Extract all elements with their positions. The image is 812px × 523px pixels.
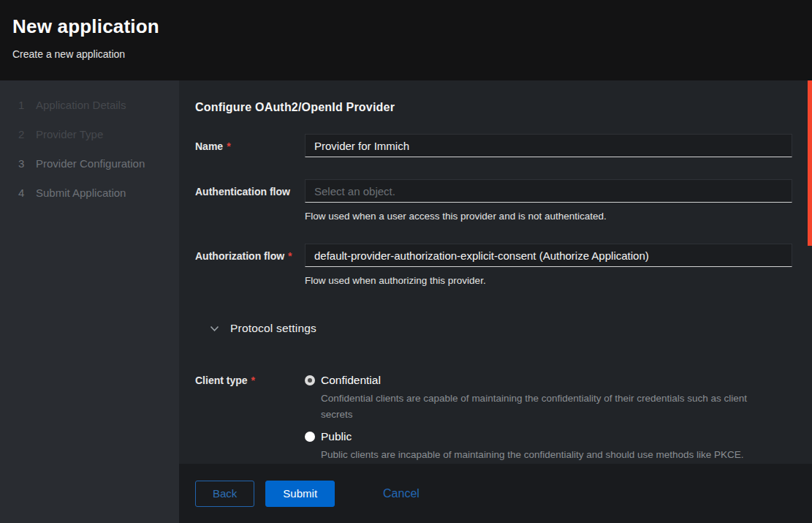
back-button[interactable]: Back xyxy=(195,481,254,507)
authorization-flow-label: Authorization flow* xyxy=(195,244,305,287)
new-application-wizard: New application Create a new application… xyxy=(0,0,812,523)
required-marker: * xyxy=(227,140,230,152)
public-radio-description: Public clients are incapable of maintain… xyxy=(321,447,748,463)
chevron-down-icon xyxy=(210,326,219,332)
client-type-option-confidential: Confidential Confidential clients are ca… xyxy=(305,373,792,423)
step-application-details[interactable]: 1 Application Details xyxy=(18,99,172,111)
step-submit-application[interactable]: 4 Submit Application xyxy=(18,187,172,199)
name-label: Name* xyxy=(195,134,305,157)
authentication-flow-help: Flow used when a user access this provid… xyxy=(305,210,792,222)
radio-unselected-icon[interactable] xyxy=(305,432,315,442)
name-row: Name* xyxy=(195,134,792,157)
public-radio-label[interactable]: Public xyxy=(321,429,792,444)
step-provider-type[interactable]: 2 Provider Type xyxy=(18,129,172,140)
step-label: Provider Type xyxy=(36,129,103,140)
step-label: Submit Application xyxy=(36,187,126,199)
wizard-body: 1 Application Details 2 Provider Type 3 … xyxy=(0,80,812,523)
client-type-option-public: Public Public clients are incapable of m… xyxy=(305,429,792,463)
required-marker: * xyxy=(288,250,292,262)
protocol-settings-toggle[interactable]: Protocol settings xyxy=(210,322,792,335)
scrollbar-thumb[interactable] xyxy=(808,80,812,246)
authorization-flow-help: Flow used when authorizing this provider… xyxy=(305,274,792,287)
step-number: 1 xyxy=(18,99,36,111)
provider-form: Configure OAuth2/OpenId Provider Name* A… xyxy=(179,80,812,464)
authentication-flow-label: Authentication flow xyxy=(195,179,305,222)
client-type-row: Client type* Confidential Confidential c… xyxy=(195,373,792,463)
cancel-link[interactable]: Cancel xyxy=(383,487,420,500)
authentication-flow-select[interactable] xyxy=(305,179,792,203)
step-number: 3 xyxy=(18,158,36,170)
name-input[interactable] xyxy=(305,134,792,157)
protocol-settings-label: Protocol settings xyxy=(230,322,316,335)
form-heading: Configure OAuth2/OpenId Provider xyxy=(195,101,792,114)
wizard-main-panel: Configure OAuth2/OpenId Provider Name* A… xyxy=(179,80,812,523)
authorization-flow-select[interactable] xyxy=(305,244,792,267)
wizard-footer: Back Submit Cancel xyxy=(179,464,812,523)
step-number: 2 xyxy=(18,129,36,140)
page-title: New application xyxy=(12,15,812,38)
required-marker: * xyxy=(251,375,255,386)
wizard-steps-sidebar: 1 Application Details 2 Provider Type 3 … xyxy=(0,80,179,523)
step-label: Application Details xyxy=(36,99,126,111)
page-subtitle: Create a new application xyxy=(12,48,812,60)
confidential-radio-label[interactable]: Confidential xyxy=(321,373,792,388)
authorization-flow-row: Authorization flow* Flow used when autho… xyxy=(195,244,792,287)
step-provider-configuration[interactable]: 3 Provider Configuration xyxy=(18,158,172,170)
client-type-label: Client type* xyxy=(195,373,305,463)
confidential-radio-description: Confidential clients are capable of main… xyxy=(321,391,748,423)
radio-selected-icon[interactable] xyxy=(305,375,315,385)
authentication-flow-row: Authentication flow Flow used when a use… xyxy=(195,179,792,222)
step-label: Provider Configuration xyxy=(36,158,145,170)
step-number: 4 xyxy=(18,187,36,199)
wizard-header: New application Create a new application xyxy=(0,0,812,80)
submit-button[interactable]: Submit xyxy=(265,481,335,507)
